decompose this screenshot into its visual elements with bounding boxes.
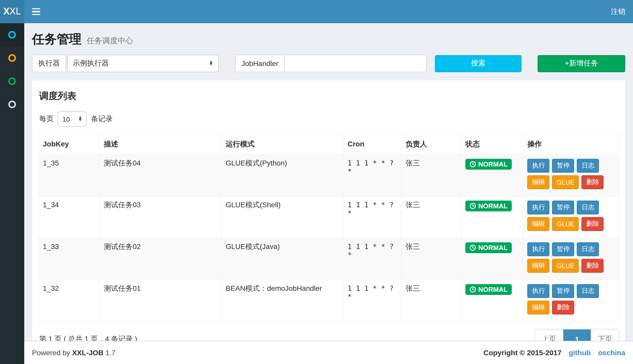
table-row: 1_35测试任务04GLUE模式(Python)1 1 1 * * ? *张三N… — [38, 154, 619, 196]
edit-button[interactable]: 编辑 — [528, 217, 550, 231]
table-row: 1_33测试任务02GLUE模式(Java)1 1 1 * * ? *张三NOR… — [38, 238, 619, 280]
pause-button[interactable]: 暂停 — [552, 159, 574, 173]
page-subtitle: 任务调度中心 — [87, 36, 133, 46]
log-button[interactable]: 日志 — [577, 284, 599, 298]
clock-icon — [469, 203, 476, 209]
cron-cell: 1 1 1 * * ? * — [343, 280, 401, 321]
jobhandler-input[interactable] — [285, 55, 427, 72]
job-key-cell: 1_34 — [38, 196, 99, 238]
run-button[interactable]: 执行 — [528, 242, 550, 256]
top-navbar: XXL 注销 — [0, 0, 633, 23]
executor-select[interactable]: 示例执行器 ▲▼ — [67, 55, 219, 72]
copyright-text: Copyright © 2015-2017 — [483, 349, 561, 357]
edit-button[interactable]: 编辑 — [528, 175, 550, 189]
column-header[interactable]: 负责人 — [401, 134, 461, 154]
navbar-right: 注销 — [611, 0, 633, 23]
app-name: XXL-JOB — [72, 349, 103, 357]
sidebar-item[interactable] — [0, 46, 24, 70]
mode-cell: GLUE模式(Shell) — [221, 196, 343, 238]
search-button[interactable]: 搜索 — [435, 55, 522, 72]
sidebar-item[interactable] — [0, 23, 24, 46]
run-button[interactable]: 执行 — [528, 159, 550, 173]
oschina-link[interactable]: oschina — [598, 349, 625, 357]
powered-by-text: Powered by XXL-JOB 1.7 — [32, 349, 116, 357]
status-cell: NORMAL — [461, 280, 523, 321]
table-body: 1_35测试任务04GLUE模式(Python)1 1 1 * * ? *张三N… — [38, 154, 619, 321]
table-row: 1_32测试任务01BEAN模式：demoJobHandler1 1 1 * *… — [38, 280, 619, 321]
column-header[interactable]: 操作 — [523, 134, 619, 154]
desc-cell: 测试任务01 — [99, 280, 221, 321]
add-job-button[interactable]: +新增任务 — [538, 55, 625, 72]
sidebar-item[interactable] — [0, 70, 24, 93]
jobhandler-filter-group: JobHandler — [235, 55, 427, 72]
panel-title: 调度列表 — [39, 90, 619, 102]
cron-cell: 1 1 1 * * ? * — [343, 154, 401, 196]
sidebar-item[interactable] — [0, 93, 24, 116]
cron-cell: 1 1 1 * * ? * — [343, 196, 401, 238]
owner-cell: 张三 — [401, 154, 461, 196]
actions-cell: 执行暂停日志编辑GLUE删除 — [523, 154, 619, 196]
table-header-row: JobKey描述运行模式Cron负责人状态操作 — [38, 134, 619, 154]
status-badge: NORMAL — [465, 284, 512, 295]
page-header: 任务管理 任务调度中心 — [32, 31, 625, 47]
circle-icon — [8, 54, 16, 62]
edit-button[interactable]: 编辑 — [528, 259, 550, 273]
footer-right: Copyright © 2015-2017 github oschina — [483, 349, 625, 357]
executor-filter-group: 执行器 示例执行器 ▲▼ — [32, 55, 219, 72]
pause-button[interactable]: 暂停 — [552, 242, 574, 256]
delete-button[interactable]: 删除 — [552, 301, 574, 315]
desc-cell: 测试任务02 — [99, 238, 221, 280]
glue-button[interactable]: GLUE — [552, 175, 579, 189]
executor-selected-value: 示例执行器 — [73, 59, 205, 68]
sidebar-menu — [0, 23, 24, 364]
mode-cell: GLUE模式(Java) — [221, 238, 343, 280]
logo-bold-letter: X — [3, 6, 10, 17]
job-key-cell: 1_33 — [38, 238, 99, 280]
status-badge: NORMAL — [465, 159, 512, 170]
run-button[interactable]: 执行 — [528, 284, 550, 298]
github-link[interactable]: github — [569, 349, 591, 357]
mode-cell: BEAN模式：demoJobHandler — [221, 280, 343, 321]
sidebar-toggle-button[interactable] — [24, 0, 47, 23]
page-size-suffix: 条记录 — [91, 114, 113, 124]
clock-icon — [469, 161, 476, 168]
main-content: 任务管理 任务调度中心 执行器 示例执行器 ▲▼ JobHandler 搜索 +… — [24, 23, 633, 341]
job-table: JobKey描述运行模式Cron负责人状态操作 1_35测试任务04GLUE模式… — [38, 134, 619, 322]
pause-button[interactable]: 暂停 — [552, 201, 574, 214]
circle-icon — [8, 101, 16, 108]
table-row: 1_34测试任务03GLUE模式(Shell)1 1 1 * * ? *张三NO… — [38, 196, 619, 238]
actions-cell: 执行暂停日志编辑GLUE删除 — [523, 196, 619, 238]
circle-icon — [8, 77, 16, 85]
column-header[interactable]: JobKey — [38, 134, 99, 154]
status-badge: NORMAL — [465, 242, 512, 253]
pause-button[interactable]: 暂停 — [552, 284, 574, 298]
status-cell: NORMAL — [461, 238, 523, 280]
mode-cell: GLUE模式(Python) — [221, 154, 343, 196]
delete-button[interactable]: 删除 — [582, 259, 604, 273]
column-header[interactable]: Cron — [343, 134, 401, 154]
column-header[interactable]: 描述 — [99, 134, 221, 154]
owner-cell: 张三 — [401, 196, 461, 238]
app-version: 1.7 — [106, 349, 116, 357]
jobhandler-label: JobHandler — [235, 55, 285, 72]
page-size-value: 10 — [62, 115, 70, 123]
edit-button[interactable]: 编辑 — [528, 301, 550, 315]
glue-button[interactable]: GLUE — [552, 217, 579, 231]
delete-button[interactable]: 删除 — [582, 217, 604, 231]
column-header[interactable]: 状态 — [461, 134, 523, 154]
column-header[interactable]: 运行模式 — [221, 134, 343, 154]
select-arrows-icon: ▲▼ — [209, 61, 213, 66]
glue-button[interactable]: GLUE — [552, 259, 579, 273]
page-size-select[interactable]: 10 ▲▼ — [58, 111, 87, 127]
actions-cell: 执行暂停日志编辑删除 — [523, 280, 619, 321]
log-button[interactable]: 日志 — [577, 201, 599, 214]
log-button[interactable]: 日志 — [577, 242, 599, 256]
app-root: XXL 注销 任务管理 任务调度中心 执行器 示例执行器 ▲▼ — [0, 0, 633, 364]
app-logo[interactable]: XXL — [0, 0, 24, 23]
run-button[interactable]: 执行 — [528, 201, 550, 214]
status-cell: NORMAL — [461, 154, 523, 196]
page-size-control: 每页 10 ▲▼ 条记录 — [39, 111, 619, 127]
log-button[interactable]: 日志 — [577, 159, 599, 173]
delete-button[interactable]: 删除 — [582, 175, 604, 189]
logout-link[interactable]: 注销 — [611, 7, 625, 16]
